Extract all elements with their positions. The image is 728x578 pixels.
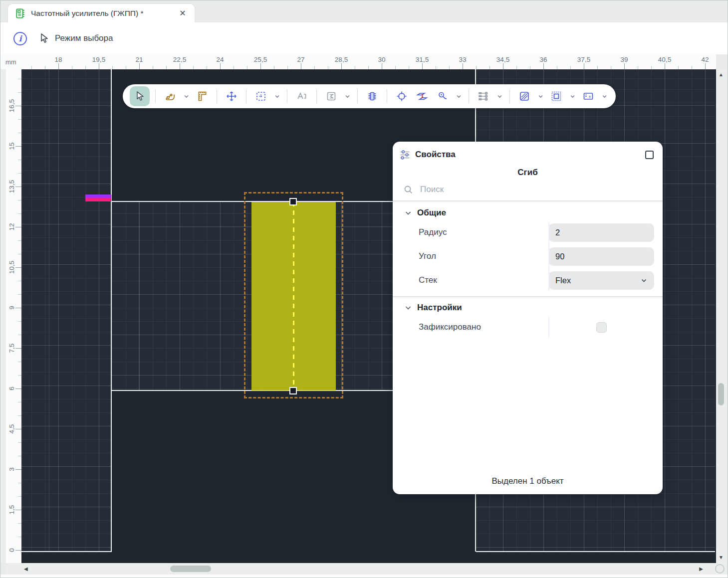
ruler-tick [193, 66, 194, 69]
section-collapse-icon[interactable] [405, 304, 412, 311]
board-outline-left-edge [111, 69, 112, 552]
tab-frequency-amplifier[interactable]: Частотный усилитель (ГЖПП) * ✕ [7, 3, 195, 22]
ruler-tick [18, 173, 21, 174]
ruler-tick [18, 456, 21, 456]
selection-handle-top[interactable] [289, 198, 297, 205]
bend-marker [85, 194, 111, 201]
angle-input[interactable] [548, 247, 654, 266]
ruler-tick [166, 66, 167, 69]
ruler-tick [18, 496, 21, 497]
horizontal-scrollbar[interactable]: ◀ ▶ [6, 563, 726, 575]
tab-close-icon[interactable]: ✕ [178, 8, 188, 18]
selection-handle-bottom[interactable] [289, 387, 297, 394]
info-icon[interactable]: i [13, 32, 27, 45]
ruler-tick [18, 79, 21, 79]
ruler-tick [314, 66, 315, 69]
palette-separator [316, 89, 317, 103]
ruler-tick [15, 106, 21, 106]
ruler-tick [328, 66, 328, 69]
vertical-scrollbar[interactable]: ▲ ▼ [716, 69, 726, 563]
move-tool[interactable] [223, 87, 241, 105]
select-tool[interactable] [130, 86, 150, 106]
probe-tool[interactable] [434, 87, 452, 105]
window-left-margin [0, 69, 6, 563]
ruler-tick [18, 281, 21, 281]
column-divider [548, 222, 549, 290]
ruler-label: 7,5 [8, 341, 15, 355]
ruler-label: 40,5 [658, 56, 671, 63]
window-bottom-edge [0, 575, 728, 578]
radius-input[interactable] [548, 223, 654, 242]
grid-origin-tool[interactable] [252, 87, 270, 105]
section-label-general: Общие [417, 208, 446, 218]
route-tool-chevron[interactable] [182, 87, 191, 105]
search-input[interactable] [420, 185, 651, 194]
ruler-label: 9 [8, 301, 15, 315]
ruler-tick [355, 66, 355, 69]
ruler-label: 3 [8, 462, 15, 476]
layer-transition-tool[interactable] [413, 87, 431, 105]
tab-title: Частотный усилитель (ГЖПП) * [31, 9, 173, 18]
ruler-tick [530, 66, 530, 69]
formula-tool[interactable] [322, 87, 340, 105]
probe-tool-chevron[interactable] [454, 87, 463, 105]
bend-marker-pink [85, 198, 111, 201]
route-tool[interactable] [161, 87, 179, 105]
ruler-tick [15, 469, 21, 470]
ruler-tick [463, 63, 463, 69]
property-label: Радиус [419, 227, 548, 237]
ruler-label: 33 [459, 56, 466, 63]
property-row-angle: Угол [419, 244, 663, 268]
ruler-tick [476, 66, 477, 69]
polygon-pour-tool[interactable] [515, 87, 533, 105]
formula-tool-chevron[interactable] [343, 87, 352, 105]
ruler-left: 16,51513,51210,597,564,531,50 [6, 69, 21, 563]
scroll-up-icon[interactable]: ▲ [719, 72, 724, 77]
scroll-right-icon[interactable]: ▶ [699, 567, 703, 572]
net-tool-chevron[interactable] [495, 87, 504, 105]
ruler-label: 39 [620, 56, 628, 63]
zoom-reset-button[interactable] [715, 564, 725, 574]
ruler-tick [489, 66, 490, 69]
palette-separator [509, 89, 510, 103]
panel-pin-checkbox[interactable] [645, 151, 654, 159]
keepout-region-tool-chevron[interactable] [568, 87, 577, 105]
ruler-tick [611, 66, 611, 69]
ruler-tick [139, 63, 140, 69]
ruler-tick [15, 146, 21, 147]
ruler-tick [234, 66, 234, 69]
app-window: Частотный усилитель (ГЖПП) * ✕ i Режим в… [0, 0, 728, 578]
ruler-label: 12 [8, 220, 15, 234]
scroll-left-icon[interactable]: ◀ [24, 567, 28, 572]
ruler-tick [18, 240, 21, 241]
section-collapse-icon[interactable] [405, 209, 412, 216]
net-tool[interactable] [475, 87, 492, 105]
ruler-tick [112, 66, 113, 69]
polygon-pour-tool-chevron[interactable] [536, 87, 545, 105]
keepout-region-tool[interactable] [547, 87, 565, 105]
stack-select[interactable]: Flex [548, 271, 654, 290]
ruler-tick [18, 362, 21, 362]
measure-tool[interactable] [193, 87, 211, 105]
panelize-tool-chevron[interactable] [600, 87, 609, 105]
ruler-label: 4,5 [8, 422, 15, 436]
palette-separator [246, 89, 246, 103]
palette-separator [357, 89, 358, 103]
target-tool[interactable] [393, 87, 411, 105]
component-tool[interactable] [363, 87, 381, 105]
ruler-tick [692, 66, 692, 69]
scroll-down-icon[interactable]: ▼ [719, 555, 724, 560]
grid-origin-tool-chevron[interactable] [272, 87, 281, 105]
ruler-label: 10,5 [8, 260, 15, 274]
board-right-bottom-edge [476, 551, 715, 552]
bend-marker-purple [85, 194, 111, 198]
panelize-tool[interactable] [579, 87, 597, 105]
ruler-tick [18, 254, 21, 254]
ruler-tick [18, 294, 21, 295]
ruler-label: 31,5 [416, 56, 429, 63]
fixed-checkbox[interactable] [596, 322, 607, 333]
ruler-tick [18, 321, 21, 322]
horizontal-scrollbar-thumb[interactable] [170, 566, 211, 572]
text-tool[interactable] [293, 87, 311, 105]
vertical-scrollbar-thumb[interactable] [718, 383, 724, 405]
